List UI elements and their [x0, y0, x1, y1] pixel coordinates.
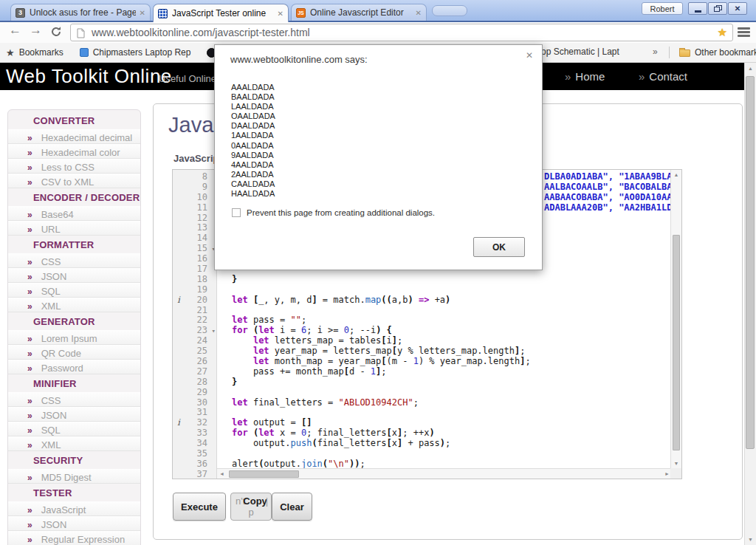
site-brand[interactable]: Web Toolkit Online — [6, 65, 172, 88]
copy-button[interactable]: n'tCopy| p — [230, 493, 272, 521]
editor-line-number[interactable]: 10 — [173, 193, 217, 203]
sidebar-item-json[interactable]: »JSON — [8, 268, 140, 283]
browser-tab-online-javascript-editor[interactable]: JSOnline Javascript Editor✕ — [291, 4, 427, 21]
code-token: output = — [253, 417, 301, 428]
editor-line-number[interactable]: 26 — [173, 357, 217, 367]
forward-icon[interactable]: → — [30, 23, 42, 38]
scroll-down-icon[interactable]: ▼ — [671, 461, 681, 466]
sidebar-item-qr-code[interactable]: »QR Code — [8, 345, 140, 360]
sidebar-item-json[interactable]: »JSON — [8, 516, 140, 531]
new-tab-button[interactable] — [432, 5, 467, 16]
sidebar-item-sql[interactable]: »SQL — [8, 422, 140, 436]
nav-contact-link[interactable]: »Contact — [639, 70, 687, 83]
browser-tab-unlock-asus-for-free-page-1[interactable]: 3Unlock asus for free - Page 1✕ — [10, 4, 151, 21]
page-scrollbar[interactable]: ▲ ▼ — [744, 63, 756, 545]
sidebar-item-regular-expression[interactable]: »Regular Expression — [8, 531, 140, 545]
browser-tab-javascript-tester-online[interactable]: JavaScript Tester online✕ — [153, 4, 289, 22]
editor-line-number[interactable]: 19 — [173, 285, 217, 295]
prevent-dialogs-checkbox[interactable] — [232, 208, 241, 217]
editor-line-number[interactable]: 35 — [173, 449, 217, 459]
sidebar-item-css[interactable]: »CSS — [8, 392, 140, 407]
fold-arrow-icon[interactable]: ▾ — [212, 326, 216, 335]
bookmark-item-overflow-chevron[interactable]: » — [653, 47, 658, 57]
address-bar[interactable]: www.webtoolkitonline.com/javascript-test… — [70, 24, 733, 41]
ok-button[interactable]: OK — [473, 237, 525, 257]
execute-button[interactable]: Execute — [173, 493, 226, 521]
editor-line-number[interactable]: 34 — [173, 439, 217, 449]
bookmark-item-bookmarks[interactable]: ★Bookmarks — [6, 47, 63, 58]
url-text[interactable]: www.webtoolkitonline.com/javascript-test… — [92, 27, 310, 38]
editor-line-number[interactable]: 13 — [173, 223, 217, 233]
dialog-close-icon[interactable]: ✕ — [526, 50, 533, 61]
editor-line-number[interactable]: 8 — [173, 172, 217, 182]
scroll-up-icon[interactable]: ▲ — [745, 66, 756, 71]
sidebar-item-md5-digest[interactable]: »MD5 Digest — [8, 469, 140, 484]
editor-line-number[interactable]: 17 — [173, 264, 217, 275]
scrollbar-thumb[interactable] — [229, 470, 299, 478]
editor-line-number[interactable]: 33 — [173, 428, 217, 439]
editor-line-number[interactable]: 16 — [173, 254, 217, 264]
sidebar-item-hexadecimal-color[interactable]: »Hexadecimal color — [8, 144, 140, 159]
sidebar-item-base64[interactable]: »Base64 — [8, 206, 140, 221]
editor-line-number[interactable]: 24 — [173, 336, 217, 346]
clear-button[interactable]: Clear — [272, 493, 312, 521]
sidebar-item-password[interactable]: »Password — [8, 360, 140, 374]
scroll-right-icon[interactable]: ► — [664, 471, 670, 476]
editor-line-number[interactable]: 23▾ — [173, 326, 217, 336]
sidebar-item-javascript[interactable]: »JavaScript — [8, 501, 140, 516]
editor-line-number[interactable]: 31 — [173, 408, 217, 418]
close-button[interactable]: ✕ — [728, 2, 747, 15]
editor-line-number[interactable]: 30 — [173, 398, 217, 408]
sidebar-item-css[interactable]: »CSS — [8, 253, 140, 268]
code-token: ) — [440, 438, 445, 448]
nav-home-link[interactable]: »Home — [565, 70, 605, 83]
sidebar-item-sql[interactable]: »SQL — [8, 283, 140, 298]
editor-line-number[interactable]: 21 — [173, 306, 217, 316]
editor-line-number[interactable]: 28 — [173, 377, 217, 388]
sidebar-item-json[interactable]: »JSON — [8, 407, 140, 422]
editor-line-number[interactable]: i32 — [173, 418, 217, 428]
scroll-left-icon[interactable]: ◄ — [219, 471, 224, 476]
bookmark-item-op-schematic-lapt[interactable]: op Schematic | Lapt — [541, 47, 619, 57]
editor-line-number[interactable]: 27 — [173, 367, 217, 377]
editor-line-number[interactable]: 25 — [173, 346, 217, 357]
code-token: [ — [392, 346, 397, 356]
bookmark-item-chipmasters-laptop-rep[interactable]: Chipmasters Laptop Rep — [80, 47, 191, 58]
scroll-up-icon[interactable]: ▲ — [671, 172, 681, 177]
editor-line-number[interactable]: 12 — [173, 213, 217, 224]
tab-close-icon[interactable]: ✕ — [140, 9, 145, 17]
editor-line-number[interactable]: 14 — [173, 233, 217, 244]
bookmark-item-other-bookmarks[interactable]: Other bookmarks — [679, 43, 756, 62]
editor-line-number[interactable]: 15▾ — [173, 244, 217, 254]
sidebar-item-lorem-ipsum[interactable]: »Lorem Ipsum — [8, 330, 140, 345]
editor-vertical-scrollbar[interactable]: ▲ ▼ — [670, 170, 681, 468]
sidebar-item-xml[interactable]: »XML — [8, 436, 140, 451]
sidebar-item-xml[interactable]: »XML — [8, 298, 140, 312]
editor-line-number[interactable]: 29 — [173, 388, 217, 398]
sidebar-item-hexadecimal-decimal[interactable]: »Hexadecimal decimal — [8, 129, 140, 144]
code-token: +a — [429, 295, 445, 305]
editor-line-number[interactable]: 9 — [173, 182, 217, 193]
restore-button[interactable] — [708, 2, 727, 15]
minimize-button[interactable] — [688, 2, 707, 15]
editor-line-number[interactable]: i20 — [173, 295, 217, 306]
editor-horizontal-scrollbar[interactable]: ◄ ► — [217, 468, 672, 479]
reload-icon[interactable] — [50, 26, 62, 41]
editor-line-number[interactable]: 37 — [173, 470, 217, 479]
menu-icon[interactable] — [738, 27, 750, 37]
editor-line-number[interactable]: 11 — [173, 203, 217, 213]
scroll-down-icon[interactable]: ▼ — [745, 537, 756, 542]
profile-button[interactable]: Robert — [642, 2, 683, 15]
scrollbar-thumb[interactable] — [673, 235, 680, 450]
editor-line-number[interactable]: 22 — [173, 315, 217, 326]
back-icon[interactable]: ← — [9, 23, 21, 38]
scrollbar-thumb[interactable] — [746, 76, 755, 449]
editor-line-number[interactable]: 18 — [173, 275, 217, 285]
bookmark-star-icon[interactable]: ★ — [718, 26, 727, 39]
sidebar-item-url[interactable]: »URL — [8, 221, 140, 236]
editor-line-number[interactable]: 36 — [173, 459, 217, 470]
sidebar-item-less-to-css[interactable]: »Less to CSS — [8, 159, 140, 174]
tab-close-icon[interactable]: ✕ — [278, 10, 284, 18]
sidebar-item-csv-to-xml[interactable]: »CSV to XML — [8, 174, 140, 188]
tab-close-icon[interactable]: ✕ — [416, 9, 422, 17]
